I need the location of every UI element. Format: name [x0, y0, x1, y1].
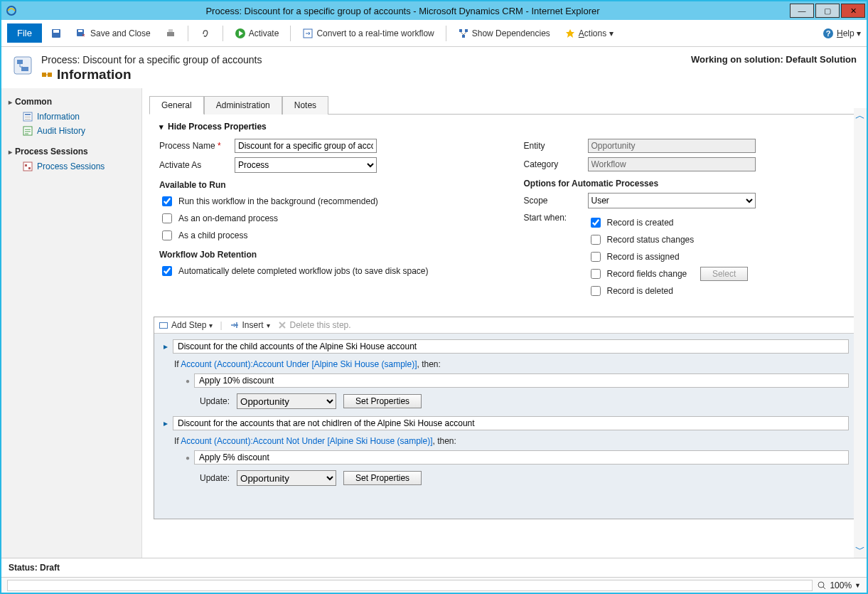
- window-title: Process: Discount for a specific group o…: [17, 6, 788, 16]
- svg-rect-14: [14, 57, 31, 74]
- update-entity-select-2[interactable]: Opportunity: [237, 470, 336, 486]
- select-fields-button[interactable]: Select: [700, 267, 748, 281]
- chk-auto-delete[interactable]: [162, 266, 172, 276]
- convert-button[interactable]: Convert to a real-time workflow: [296, 25, 439, 42]
- window-minimize-button[interactable]: —: [790, 4, 814, 18]
- svg-rect-21: [25, 117, 31, 117]
- delete-icon: [277, 320, 287, 330]
- chk-fields-change[interactable]: [591, 269, 601, 279]
- if-condition-2: If Account (Account):Account Not Under […: [174, 436, 849, 446]
- chk-status-changes[interactable]: [591, 235, 601, 245]
- condition-link-2[interactable]: Account (Account):Account Not Under [Alp…: [181, 436, 432, 446]
- category-label: Category: [524, 159, 581, 169]
- help-button[interactable]: ?Help ▾Help: [823, 28, 861, 39]
- category-input: [588, 157, 756, 171]
- show-deps-button[interactable]: Show Dependencies: [452, 25, 556, 42]
- nav-group-sessions[interactable]: Process Sessions: [9, 147, 134, 157]
- save-close-icon: [76, 28, 87, 39]
- save-button[interactable]: [45, 25, 68, 42]
- deps-icon: [458, 28, 469, 39]
- window-titlebar: Process: Discount for a specific group o…: [1, 1, 867, 20]
- chk-on-demand[interactable]: [162, 213, 172, 223]
- delete-step-button: Delete this step.: [277, 320, 351, 330]
- process-name-label: Process Name: [159, 141, 215, 151]
- scope-label: Scope: [524, 196, 581, 206]
- if-condition-1: If Account (Account):Account Under [Alpi…: [174, 359, 849, 369]
- window-maximize-button[interactable]: ▢: [815, 4, 840, 18]
- chk-record-assigned[interactable]: [591, 252, 601, 262]
- step2-name-input[interactable]: [194, 450, 849, 465]
- svg-text:?: ?: [826, 29, 831, 38]
- zoom-icon[interactable]: [817, 580, 827, 590]
- update-label-2: Update:: [200, 473, 230, 483]
- file-menu-button[interactable]: File: [7, 23, 42, 43]
- status-bar: Status: Draft: [1, 558, 867, 577]
- step1-name-input[interactable]: [194, 373, 849, 388]
- section-header-props[interactable]: Hide Process Properties: [159, 122, 845, 132]
- window-close-button[interactable]: ✕: [841, 4, 865, 18]
- workflow-toolbar: Add Step ▾ | Insert ▾ Delete this step.: [154, 317, 856, 334]
- svg-rect-6: [168, 29, 173, 32]
- update-entity-select-1[interactable]: Opportunity: [237, 393, 336, 409]
- ie-icon: [6, 5, 17, 16]
- tab-administration[interactable]: Administration: [204, 96, 282, 115]
- tab-notes[interactable]: Notes: [282, 96, 328, 115]
- chk-record-created[interactable]: [591, 218, 601, 228]
- add-step-icon: [159, 320, 168, 330]
- print-button[interactable]: [159, 25, 182, 42]
- svg-rect-25: [25, 164, 27, 166]
- paperclip-icon: [200, 28, 211, 39]
- chk-run-background[interactable]: [162, 196, 172, 206]
- svg-rect-4: [78, 30, 82, 32]
- insert-icon: [230, 320, 240, 330]
- bullet-icon: ●: [186, 454, 190, 462]
- entity-label: Entity: [524, 141, 581, 151]
- tab-general[interactable]: General: [149, 96, 204, 115]
- activate-button[interactable]: Activate: [229, 25, 285, 42]
- stage-toggle-icon[interactable]: ▸: [161, 418, 170, 428]
- print-icon: [165, 28, 176, 39]
- set-properties-button-1[interactable]: Set Properties: [343, 394, 422, 408]
- nav-group-common[interactable]: Common: [9, 97, 134, 107]
- process-name-input[interactable]: [235, 139, 377, 153]
- chk-as-child[interactable]: [162, 230, 172, 240]
- ie-status-bar: 100% ▼: [1, 577, 867, 593]
- actions-icon: [564, 28, 576, 39]
- svg-point-29: [818, 582, 824, 588]
- activate-as-select[interactable]: Process: [235, 157, 377, 173]
- stage1-name-input[interactable]: [173, 339, 849, 354]
- svg-rect-20: [25, 114, 31, 115]
- entity-input: [588, 139, 756, 153]
- svg-rect-17: [42, 73, 46, 77]
- scroll-up-icon[interactable]: ︿: [855, 110, 865, 122]
- sidebar-item-audit-history[interactable]: Audit History: [9, 124, 134, 138]
- page-header: Process: Discount for a specific group o…: [1, 47, 867, 88]
- scope-select[interactable]: User: [588, 193, 756, 208]
- add-step-button[interactable]: Add Step ▾: [159, 320, 213, 330]
- tabstrip: General Administration Notes: [149, 95, 867, 115]
- insert-button[interactable]: Insert ▾: [230, 320, 270, 330]
- actions-menu-button[interactable]: AActionsctions ▾: [559, 25, 619, 42]
- convert-icon: [302, 28, 314, 39]
- activate-as-label: Activate As: [159, 160, 227, 170]
- help-icon: ?: [823, 28, 834, 39]
- svg-rect-2: [53, 30, 59, 33]
- chk-record-deleted[interactable]: [591, 286, 601, 296]
- svg-rect-11: [462, 35, 465, 38]
- stage2-name-input[interactable]: [173, 416, 849, 430]
- sidebar-item-process-sessions[interactable]: Process Sessions: [9, 159, 134, 174]
- available-to-run-head: Available to Run: [159, 180, 481, 190]
- sidebar-item-information[interactable]: Information: [9, 110, 134, 124]
- scroll-down-icon[interactable]: ﹀: [855, 543, 865, 556]
- attach-button[interactable]: [194, 25, 217, 42]
- condition-link-1[interactable]: Account (Account):Account Under [Alpine …: [181, 359, 417, 369]
- zoom-dropdown-icon[interactable]: ▼: [854, 582, 861, 589]
- page-title: Information: [41, 67, 262, 83]
- job-retention-head: Workflow Job Retention: [159, 250, 481, 260]
- stage-toggle-icon[interactable]: ▸: [161, 341, 170, 351]
- save-icon: [50, 28, 62, 39]
- set-properties-button-2[interactable]: Set Properties: [343, 471, 422, 485]
- auto-opts-head: Options for Automatic Processes: [524, 179, 846, 189]
- scrollbar[interactable]: ︿ ﹀: [854, 108, 867, 558]
- save-close-button[interactable]: Save and Close: [70, 25, 156, 42]
